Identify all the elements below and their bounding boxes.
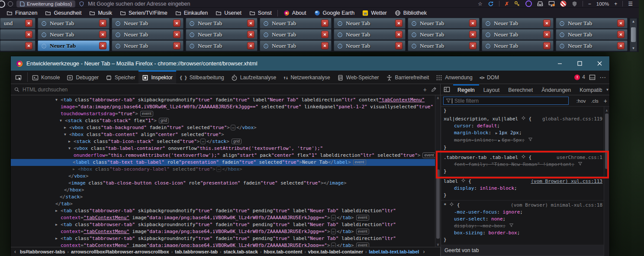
browser-tab[interactable]: Neuer Tab✕ xyxy=(556,18,628,29)
breadcrumb-item[interactable]: stack.tab-stack xyxy=(221,249,260,254)
browser-tab[interactable]: Neuer Tab✕ xyxy=(334,40,406,51)
site-permission-icon[interactable] xyxy=(8,1,13,6)
tab-close-button[interactable]: ✕ xyxy=(543,19,551,27)
declaration[interactable]: display: -moz-box; xyxy=(441,223,609,230)
browser-tab[interactable]: Neuer Tab✕ xyxy=(482,40,554,51)
tool-tab-inspektor[interactable]: Inspektor xyxy=(138,71,176,84)
markup-node[interactable]: ▶<tab class"tabbrowser-tab" skipbackgrou… xyxy=(11,207,435,214)
markup-node[interactable]: context="tabContextMenu" image"data:imag… xyxy=(11,214,435,221)
minimize-button[interactable] xyxy=(550,56,570,71)
rules-scrollbar[interactable]: ∧ ∨ xyxy=(604,107,609,256)
tab-close-button[interactable]: ✕ xyxy=(99,19,106,27)
css-rule[interactable]: * {(vom Browser) minimal-xul.css:18-moz-… xyxy=(441,201,609,245)
tray-extension-icon[interactable] xyxy=(537,1,543,6)
browser-tab[interactable]: Neuer Tab✕ xyxy=(186,29,258,40)
blocker-extension-icon[interactable] xyxy=(560,0,567,7)
eyedropper-icon[interactable] xyxy=(431,87,437,92)
browser-tab[interactable]: ✕ xyxy=(0,40,35,51)
markup-node[interactable]: </stack> xyxy=(11,194,435,201)
cut-extension-icon[interactable]: ✗ xyxy=(505,1,509,6)
tab-close-button[interactable]: ✕ xyxy=(543,42,551,49)
tab-close-button[interactable]: ✕ xyxy=(617,19,625,27)
breadcrumb-item[interactable]: bs#tabbrowser-tabs xyxy=(18,249,68,254)
browser-tab[interactable]: Neuer Tab✕ xyxy=(260,18,332,29)
browser-tab[interactable]: Neuer Tab✕ xyxy=(260,40,332,51)
tab-close-button[interactable]: ✕ xyxy=(173,19,180,27)
tool-tab-laufzeitanalyse[interactable]: Laufzeitanalyse xyxy=(228,71,280,84)
browser-tab[interactable]: Neuer Tab✕ xyxy=(186,18,258,29)
bookmark-item[interactable]: wWetter xyxy=(358,9,391,17)
extension-chip[interactable]: Erweiterung (iabliss) xyxy=(16,0,75,7)
browser-tab[interactable]: Neuer Tab✕ xyxy=(112,29,184,40)
markup-node[interactable]: ▼<tab class"tabbrowser-tab" skipbackgrou… xyxy=(11,97,435,104)
browser-tab[interactable]: Neuer Tab✕ xyxy=(556,29,628,40)
sidebar-tabs-overflow-icon[interactable]: ▾ xyxy=(606,87,609,92)
markup-node[interactable]: ▶<vbox class"tab-background" fadein"true… xyxy=(11,124,435,131)
css-rule[interactable]: xul|description, xul|label {global-share… xyxy=(441,114,609,153)
tab-close-button[interactable]: ✕ xyxy=(469,42,477,49)
tab-close-button[interactable]: ✕ xyxy=(321,42,328,49)
style-filter-input[interactable]: Stile filtern xyxy=(443,97,569,105)
tab-close-button[interactable]: ✕ xyxy=(25,42,32,49)
browser-tab[interactable]: Neuer Tab✕ xyxy=(38,40,109,51)
close-button[interactable] xyxy=(589,56,609,71)
sidebar-tab-änderungen[interactable]: Änderungen xyxy=(537,84,575,95)
expand-twisty[interactable]: ▼ xyxy=(64,131,69,138)
markup-node[interactable]: </tab> xyxy=(11,201,435,207)
markup-node[interactable]: ▼<stack class"tab-stack" flex"1">grid xyxy=(11,117,435,124)
event-badge[interactable]: event xyxy=(353,159,366,165)
expand-twisty[interactable]: ▼ xyxy=(68,145,74,152)
browser-tab[interactable]: Neuer Tab✕ xyxy=(38,29,109,40)
inline-expander[interactable]: … xyxy=(331,215,336,220)
split-console-icon[interactable] xyxy=(589,74,596,81)
class-toggle-button[interactable]: .cls xyxy=(591,97,599,104)
stylesheet-source[interactable]: (vom Browser) minimal-xul.css:18 xyxy=(511,202,602,209)
browser-tab[interactable]: Neuer Tab✕ xyxy=(260,29,332,40)
declaration[interactable]: box-sizing: border-box; xyxy=(441,230,609,237)
tab-close-button[interactable]: ✕ xyxy=(469,19,477,27)
markup-node[interactable]: touchdownstartsdrag="true">event xyxy=(11,110,435,117)
filter-funnel-icon[interactable] xyxy=(509,223,514,227)
browser-tab[interactable]: Neuer Tab✕ xyxy=(482,18,554,29)
tool-tab-pick[interactable] xyxy=(11,71,26,84)
markup-node[interactable]: image="data:image/png;base64,iVBORw0K_lL… xyxy=(11,104,435,110)
tracking-shield-icon[interactable] xyxy=(79,1,84,7)
tab-close-button[interactable]: ✕ xyxy=(173,31,180,38)
tool-tab-web-speicher[interactable]: Web-Speicher xyxy=(334,71,383,84)
tab-close-button[interactable]: ✕ xyxy=(469,31,477,38)
bookmark-item[interactable]: Sonst xyxy=(245,9,276,17)
markup-node[interactable]: ▼<hbox class"tab-content" align"center" … xyxy=(11,131,435,138)
declaration[interactable]: -moz-user-focus: ignore; xyxy=(441,209,609,216)
breadcrumb-item[interactable]: hbox.tab-content xyxy=(261,249,304,254)
sidebar-toggle-button[interactable] xyxy=(441,86,453,93)
browser-tab[interactable]: Neuer Tab✕ xyxy=(334,18,406,29)
gray-shield-icon[interactable] xyxy=(572,1,577,7)
browser-tab[interactable]: Neuer Tab✕ xyxy=(38,18,109,29)
markup-node[interactable]: ▼<vbox class"tab-label-container" onover… xyxy=(11,145,435,152)
browser-tab[interactable]: Neuer Tab✕ xyxy=(334,29,406,40)
bookmark-item[interactable]: Google Earth xyxy=(310,9,359,17)
filter-funnel-icon[interactable] xyxy=(528,137,533,142)
markup-node[interactable]: </hbox> xyxy=(11,187,435,194)
tab-close-button[interactable]: ✕ xyxy=(617,31,625,38)
inline-expander[interactable]: … xyxy=(200,139,205,144)
stylesheet-source[interactable]: (vom Browser) xul.css:113 xyxy=(531,178,602,185)
inline-expander[interactable]: … xyxy=(231,125,235,130)
tab-close-button[interactable]: ✕ xyxy=(395,31,402,38)
breadcrumb-next-icon[interactable]: › xyxy=(421,249,426,255)
browser-tab[interactable]: Neuer Tab✕ xyxy=(556,40,628,51)
browser-tab[interactable]: Neuer Tab✕ xyxy=(112,18,184,29)
bookmark-star-icon[interactable]: ☆ xyxy=(478,1,483,6)
bookmark-item[interactable]: Musik xyxy=(85,9,116,17)
breadcrumb-item[interactable]: arrowscrollbox#tabbrowser-arrowscrollbox xyxy=(69,249,171,254)
markup-node[interactable]: <label class"tab-text tab-label" role"pr… xyxy=(11,159,435,166)
tab-close-button[interactable]: ✕ xyxy=(173,42,180,49)
css-rule[interactable]: .tabbrowser-tab .tab-label {userChrome.c… xyxy=(441,153,609,177)
tab-close-button[interactable]: ✕ xyxy=(25,19,32,27)
tab-close-button[interactable]: ✕ xyxy=(99,42,106,49)
scroll-up-icon[interactable]: ▲ xyxy=(630,19,637,24)
event-badge[interactable]: event xyxy=(422,152,435,158)
filter-funnel-icon[interactable] xyxy=(578,162,583,166)
markup-scrollbar[interactable]: ∧ ∨ xyxy=(435,95,441,247)
browser-tab[interactable]: Neuer Tab✕ xyxy=(482,29,554,40)
